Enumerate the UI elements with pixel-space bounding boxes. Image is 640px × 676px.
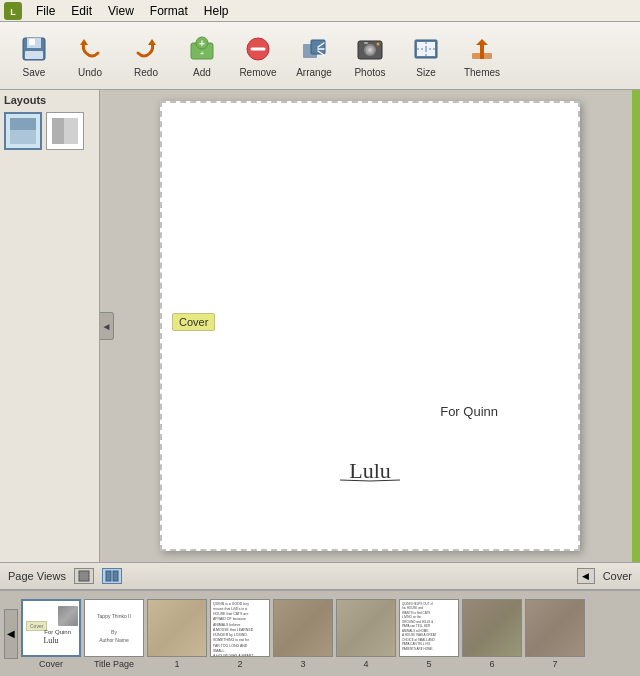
menu-edit[interactable]: Edit xyxy=(63,2,100,20)
page-thumb-6[interactable]: 6 xyxy=(462,599,522,669)
thumb-label-2: 2 xyxy=(210,659,270,669)
themes-button[interactable]: Themes xyxy=(456,27,508,85)
page-thumb-4[interactable]: 4 xyxy=(336,599,396,669)
save-button[interactable]: Save xyxy=(8,27,60,85)
thumb-label-cover: Cover xyxy=(21,659,81,669)
svg-text:+: + xyxy=(200,49,205,58)
main-area: Layouts ◄ Cover For Quinn xyxy=(0,90,640,562)
thumb-1[interactable] xyxy=(147,599,207,657)
undo-icon xyxy=(74,33,106,65)
svg-rect-4 xyxy=(29,39,35,45)
double-page-view-button[interactable] xyxy=(102,568,122,584)
layouts-grid xyxy=(4,112,95,150)
svg-text:+: + xyxy=(199,38,205,49)
redo-icon xyxy=(130,33,162,65)
canvas-area: ◄ Cover For Quinn Lulu xyxy=(100,90,640,562)
cover-label: Cover xyxy=(172,313,215,331)
size-label: Size xyxy=(416,67,435,78)
layout-thumb-2[interactable] xyxy=(46,112,84,150)
remove-icon xyxy=(242,33,274,65)
thumb-2[interactable]: QUINN is a GOOD boymouse that LiVEs in a… xyxy=(210,599,270,657)
menu-bar: L File Edit View Format Help xyxy=(0,0,640,22)
thumb-label-title: Title Page xyxy=(84,659,144,669)
size-button[interactable]: Size xyxy=(400,27,452,85)
page-thumb-cover[interactable]: Cover For Quinn Lulu Cover xyxy=(21,599,81,669)
collapse-panel-button[interactable]: ◄ xyxy=(100,312,114,340)
undo-label: Undo xyxy=(78,67,102,78)
page-strip: ◀ Cover For Quinn Lulu Cover Tappy Think… xyxy=(0,590,640,676)
status-bar: Page Views ◀ Cover xyxy=(0,562,640,590)
photos-button[interactable]: Photos xyxy=(344,27,396,85)
menu-help[interactable]: Help xyxy=(196,2,237,20)
page-thumb-2[interactable]: QUINN is a GOOD boymouse that LiVEs in a… xyxy=(210,599,270,669)
thumb-7[interactable] xyxy=(525,599,585,657)
page-thumb-3[interactable]: 3 xyxy=(273,599,333,669)
layouts-panel: Layouts xyxy=(0,90,100,562)
page-canvas: Cover For Quinn Lulu xyxy=(160,101,580,551)
svg-rect-33 xyxy=(106,571,111,581)
arrange-icon xyxy=(298,33,330,65)
thumb-label-7: 7 xyxy=(525,659,585,669)
thumb-label-5: 5 xyxy=(399,659,459,669)
page-thumb-5[interactable]: QUINN HELPS OUT ofhis HOUSE andWANTS to … xyxy=(399,599,459,669)
thumb-cover[interactable]: Cover For Quinn Lulu xyxy=(21,599,81,657)
add-label: Add xyxy=(193,67,211,78)
prev-page-button[interactable]: ◀ xyxy=(577,568,595,584)
themes-label: Themes xyxy=(464,67,500,78)
svg-point-21 xyxy=(377,43,380,46)
svg-marker-7 xyxy=(148,39,156,45)
svg-point-19 xyxy=(368,48,372,52)
undo-button[interactable]: Undo xyxy=(64,27,116,85)
thumb-label-3: 3 xyxy=(273,659,333,669)
svg-rect-26 xyxy=(472,53,492,59)
redo-button[interactable]: Redo xyxy=(120,27,172,85)
redo-label: Redo xyxy=(134,67,158,78)
photos-icon xyxy=(354,33,386,65)
thumb-label-6: 6 xyxy=(462,659,522,669)
lulu-logo: Lulu xyxy=(330,454,410,489)
arrange-button[interactable]: Arrange xyxy=(288,27,340,85)
thumb-3[interactable] xyxy=(273,599,333,657)
green-accent-bar xyxy=(632,90,640,562)
strip-nav-left-button[interactable]: ◀ xyxy=(4,609,18,659)
page-thumb-1[interactable]: 1 xyxy=(147,599,207,669)
remove-label: Remove xyxy=(239,67,276,78)
thumb-4[interactable] xyxy=(336,599,396,657)
photos-label: Photos xyxy=(354,67,385,78)
arrange-label: Arrange xyxy=(296,67,332,78)
thumb-title[interactable]: Tappy Thinko IIByAuthor Name xyxy=(84,599,144,657)
remove-button[interactable]: Remove xyxy=(232,27,284,85)
svg-rect-30 xyxy=(52,118,64,144)
themes-icon xyxy=(466,33,498,65)
size-icon xyxy=(410,33,442,65)
toolbar: Save Undo Redo + + Add xyxy=(0,22,640,90)
thumb-label-1: 1 xyxy=(147,659,207,669)
svg-rect-5 xyxy=(25,51,43,59)
svg-rect-28 xyxy=(10,118,36,130)
single-page-view-button[interactable] xyxy=(74,568,94,584)
add-icon: + + xyxy=(186,33,218,65)
save-icon xyxy=(18,33,50,65)
for-quinn-text: For Quinn xyxy=(440,404,498,419)
save-label: Save xyxy=(23,67,46,78)
svg-rect-20 xyxy=(364,42,368,44)
app-logo: L xyxy=(4,2,22,20)
menu-view[interactable]: View xyxy=(100,2,142,20)
svg-rect-32 xyxy=(79,571,89,581)
svg-rect-34 xyxy=(113,571,118,581)
page-thumb-7[interactable]: 7 xyxy=(525,599,585,669)
layouts-title: Layouts xyxy=(4,94,95,106)
thumb-6[interactable] xyxy=(462,599,522,657)
svg-text:L: L xyxy=(10,7,16,17)
thumb-5[interactable]: QUINN HELPS OUT ofhis HOUSE andWANTS to … xyxy=(399,599,459,657)
svg-text:Lulu: Lulu xyxy=(349,458,391,483)
page-thumb-title[interactable]: Tappy Thinko IIByAuthor Name Title Page xyxy=(84,599,144,669)
menu-format[interactable]: Format xyxy=(142,2,196,20)
page-views-label: Page Views xyxy=(8,570,66,582)
layout-thumb-1[interactable] xyxy=(4,112,42,150)
add-button[interactable]: + + Add xyxy=(176,27,228,85)
cover-indicator: Cover xyxy=(603,570,632,582)
menu-file[interactable]: File xyxy=(28,2,63,20)
svg-marker-6 xyxy=(80,39,88,45)
thumb-label-4: 4 xyxy=(336,659,396,669)
